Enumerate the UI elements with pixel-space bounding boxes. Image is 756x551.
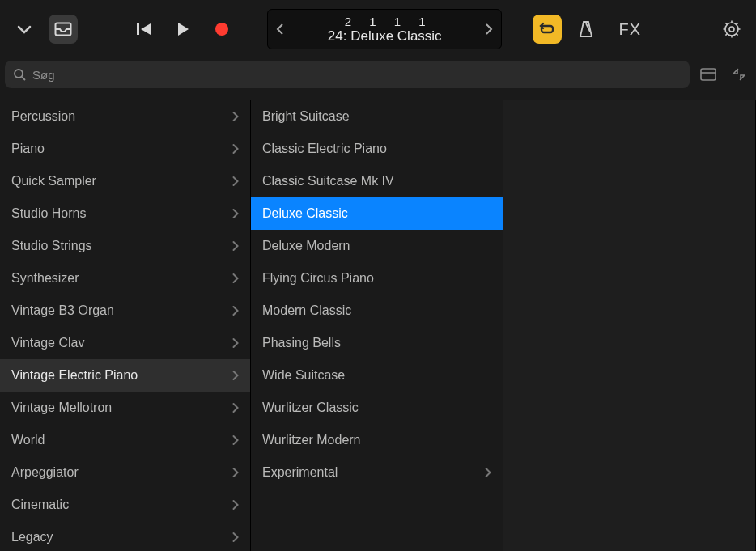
list-item-label: Wurlitzer Classic — [262, 401, 491, 415]
lcd-display[interactable]: 2 1 1 1 24: Deluxe Classic — [267, 9, 502, 49]
collapse-icon — [732, 67, 746, 82]
list-item[interactable]: Deluxe Modern — [251, 230, 503, 262]
list-item-label: Vintage Mellotron — [11, 401, 232, 415]
list-item-label: Flying Circus Piano — [262, 271, 491, 286]
list-item-label: Vintage Clav — [11, 336, 232, 350]
list-item[interactable]: Quick Sampler — [0, 165, 250, 197]
list-item-label: Quick Sampler — [11, 174, 232, 189]
lcd-position: 2 1 1 1 — [292, 15, 477, 28]
category-column: PercussionPianoQuick SamplerStudio Horns… — [0, 100, 251, 551]
collapse-button[interactable] — [727, 62, 751, 87]
chevron-right-icon — [232, 467, 239, 478]
disclosure-menu-button[interactable] — [10, 15, 39, 44]
svg-rect-1 — [137, 23, 139, 35]
list-item[interactable]: Synthesizer — [0, 262, 250, 295]
chevron-right-icon — [232, 532, 239, 543]
submenu-indicator — [485, 467, 491, 478]
list-item-label: Piano — [11, 142, 232, 156]
play-button[interactable] — [168, 15, 197, 44]
submenu-indicator — [232, 305, 239, 316]
list-item[interactable]: Studio Horns — [0, 197, 250, 230]
list-item[interactable]: Phasing Bells — [251, 327, 503, 359]
submenu-indicator — [232, 467, 239, 478]
list-item-label: Deluxe Modern — [262, 239, 491, 253]
submenu-indicator — [232, 111, 239, 122]
lcd-next-button[interactable] — [477, 23, 501, 36]
chevron-right-icon — [232, 143, 239, 155]
svg-line-13 — [737, 23, 738, 24]
chevron-right-icon — [232, 305, 239, 316]
chevron-right-icon — [232, 402, 239, 413]
list-item[interactable]: Piano — [0, 133, 250, 165]
chevron-right-icon — [232, 176, 239, 187]
metronome-button[interactable] — [571, 15, 601, 44]
submenu-indicator — [232, 370, 239, 381]
list-item[interactable]: Studio Strings — [0, 230, 250, 262]
fx-button[interactable]: FX — [610, 20, 649, 39]
list-item[interactable]: Wurlitzer Modern — [251, 424, 503, 456]
submenu-indicator — [232, 532, 239, 543]
chevron-right-icon — [232, 370, 239, 381]
lcd-preset-name: 24: Deluxe Classic — [292, 28, 477, 45]
list-item[interactable]: Wide Suitcase — [251, 359, 503, 392]
submenu-indicator — [232, 143, 239, 155]
search-icon — [13, 68, 26, 81]
list-item[interactable]: Wurlitzer Classic — [251, 392, 503, 424]
chevron-right-icon — [232, 240, 239, 252]
list-item[interactable]: Legacy — [0, 521, 250, 551]
list-item[interactable]: Deluxe Classic — [251, 197, 503, 230]
list-item[interactable]: Modern Classic — [251, 295, 503, 327]
inbox-icon — [54, 22, 72, 36]
list-item-label: World — [11, 433, 232, 447]
list-item-label: Phasing Bells — [262, 336, 491, 350]
loop-button[interactable] — [533, 15, 562, 44]
search-input[interactable] — [32, 68, 682, 82]
list-item[interactable]: Experimental — [251, 456, 503, 489]
list-item[interactable]: Vintage Clav — [0, 327, 250, 359]
list-item[interactable]: Flying Circus Piano — [251, 262, 503, 295]
list-item[interactable]: Classic Suitcase Mk IV — [251, 165, 503, 197]
list-item[interactable]: World — [0, 424, 250, 456]
svg-line-11 — [725, 23, 727, 24]
list-item[interactable]: Classic Electric Piano — [251, 133, 503, 165]
toolbar: 2 1 1 1 24: Deluxe Classic FX — [0, 0, 756, 58]
list-item[interactable]: Percussion — [0, 100, 250, 133]
list-item-label: Classic Suitcase Mk IV — [262, 174, 491, 189]
chevron-right-icon — [232, 434, 239, 446]
search-box[interactable] — [5, 61, 690, 88]
list-item-label: Synthesizer — [11, 271, 232, 286]
preset-column: Bright SuitcaseClassic Electric PianoCla… — [251, 100, 503, 551]
svg-rect-17 — [701, 69, 716, 80]
list-item-label: Vintage Electric Piano — [11, 368, 232, 383]
list-item[interactable]: Bright Suitcase — [251, 100, 503, 133]
chevron-left-icon — [276, 23, 284, 36]
rewind-button[interactable] — [130, 15, 159, 44]
detail-column — [503, 100, 756, 551]
record-button[interactable] — [207, 15, 236, 44]
loop-icon — [538, 22, 556, 36]
submenu-indicator — [232, 176, 239, 187]
list-item[interactable]: Vintage Electric Piano — [0, 359, 250, 392]
chevron-right-icon — [485, 467, 491, 478]
lcd-prev-button[interactable] — [268, 23, 292, 36]
list-item[interactable]: Vintage B3 Organ — [0, 295, 250, 327]
gear-icon — [723, 20, 741, 38]
list-item-label: Experimental — [262, 465, 485, 480]
list-item-label: Studio Strings — [11, 239, 232, 253]
list-item-label: Studio Horns — [11, 206, 232, 221]
settings-button[interactable] — [717, 15, 746, 44]
list-item[interactable]: Vintage Mellotron — [0, 392, 250, 424]
toolbar-right: FX — [533, 15, 746, 44]
list-item-label: Cinematic — [11, 498, 232, 512]
list-item-label: Modern Classic — [262, 303, 491, 318]
toolbar-left — [10, 15, 236, 44]
chevron-right-icon — [232, 499, 239, 511]
svg-line-12 — [737, 34, 738, 36]
list-item[interactable]: Arpeggiator — [0, 456, 250, 489]
submenu-indicator — [232, 434, 239, 446]
view-mode-button[interactable] — [696, 62, 720, 87]
inbox-button[interactable] — [49, 15, 78, 44]
chevron-right-icon — [485, 23, 493, 36]
submenu-indicator — [232, 240, 239, 252]
list-item[interactable]: Cinematic — [0, 489, 250, 521]
